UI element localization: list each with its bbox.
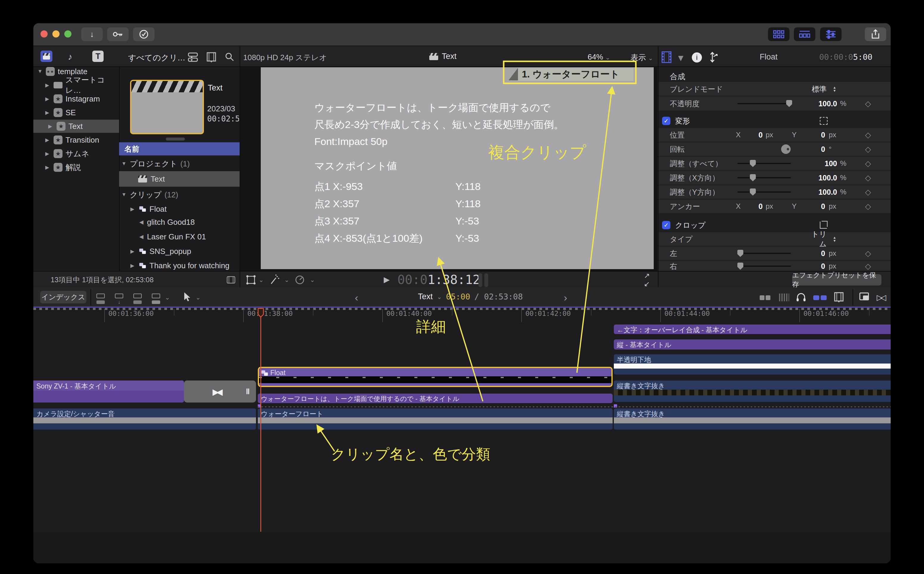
disclosure-closed-icon[interactable]: ▶: [45, 151, 50, 157]
crop-right-slider[interactable]: [737, 266, 791, 267]
list-item-project-text-selected[interactable]: Text: [119, 171, 239, 187]
crop-type-popup[interactable]: トリム: [806, 229, 826, 249]
list-item-thank-you[interactable]: ▶ Thank you for watching: [131, 259, 239, 272]
transform-checkbox[interactable]: ✓: [662, 117, 671, 125]
clip-overlay-title[interactable]: ←文字：オーバーレイ合成 - 基本タイトル: [614, 325, 891, 334]
list-group-projects[interactable]: ▼ プロジェクト (1): [121, 158, 239, 170]
clip-sony-zv1-title[interactable]: Sony ZV-1 - 基本タイトル: [33, 380, 184, 402]
disclosure-closed-icon[interactable]: ▶: [131, 263, 136, 269]
crop-onscreen-icon[interactable]: [820, 221, 827, 229]
rotation-field[interactable]: 0: [807, 145, 825, 154]
play-button[interactable]: ▶: [384, 275, 390, 284]
viewer-timecode[interactable]: 00:01:38:12: [397, 273, 480, 287]
list-item-sns-popup[interactable]: ▶ SNS_popup: [131, 245, 239, 258]
list-item-laser[interactable]: ◀ Laser Gun FX 01: [131, 230, 239, 243]
scale-y-slider[interactable]: [737, 191, 791, 192]
disclosure-closed-icon[interactable]: ▶: [131, 206, 136, 212]
keyword-editor-button[interactable]: [107, 27, 129, 41]
slider-knob[interactable]: [750, 160, 756, 167]
show-media-sidebar-button[interactable]: [41, 50, 52, 62]
ruler-label[interactable]: 00:01:46:00: [803, 310, 849, 317]
show-inspector-button[interactable]: [820, 27, 842, 41]
keyframe-diamond-icon[interactable]: ◇: [865, 173, 871, 183]
sidebar-item-smart-collection[interactable]: ▶ スマートコレ…: [33, 79, 119, 92]
list-item-float[interactable]: ▶ Float: [131, 202, 239, 216]
keyframe-diamond-icon[interactable]: ◇: [865, 130, 871, 140]
next-project-button[interactable]: ›: [564, 292, 567, 303]
disclosure-open-icon[interactable]: ▼: [121, 161, 127, 167]
select-tool-button[interactable]: [184, 292, 191, 302]
sidebar-item-text-selected[interactable]: ▶★ Text: [33, 120, 119, 133]
clip-camera-audio[interactable]: カメラ設定/シャッター音: [33, 408, 256, 430]
filmstrip-small-icon[interactable]: [227, 276, 236, 284]
opacity-value[interactable]: 100.0: [807, 99, 837, 108]
scale-x-value[interactable]: 100.0: [807, 173, 837, 182]
solo-headphones-toggle[interactable]: [796, 292, 806, 302]
list-item-glitch[interactable]: ◀ glitch Good18: [131, 216, 239, 229]
viewer-zoom-dropdown[interactable]: 64% ⌄: [588, 52, 610, 62]
panel-resize-handle[interactable]: [166, 137, 185, 140]
list-name-column-header[interactable]: 名前: [119, 142, 239, 155]
audio-meter-right[interactable]: [484, 273, 488, 287]
minimize-window-button[interactable]: [52, 30, 60, 38]
sidebar-item-instagram[interactable]: ▶★ Instagram: [33, 92, 119, 106]
scale-y-value[interactable]: 100.0: [807, 188, 837, 197]
disclosure-closed-icon[interactable]: ▶: [131, 248, 136, 255]
scale-all-slider[interactable]: [737, 163, 791, 164]
retime-button[interactable]: [294, 274, 305, 285]
film-view-button[interactable]: [206, 52, 217, 64]
motion-inspector-tab[interactable]: [707, 51, 718, 64]
gap-clip[interactable]: ▶◀ ‖: [184, 380, 256, 402]
search-button[interactable]: [224, 52, 235, 63]
keyframe-diamond-icon[interactable]: ◇: [865, 159, 871, 168]
anchor-y-field[interactable]: 0: [807, 202, 825, 211]
photos-audio-sidebar-button[interactable]: ♪: [68, 52, 72, 62]
chevron-down-icon[interactable]: ⌄: [310, 276, 315, 284]
insert-edit-button[interactable]: ↓: [115, 291, 123, 304]
clip-waterfloat-title[interactable]: ウォーターフロートは、トーク場面で使用するので - 基本タイトル: [258, 394, 612, 403]
transitions-bowtie-icon[interactable]: ▷◁: [877, 293, 884, 302]
chevron-down-icon[interactable]: ⌄: [195, 294, 201, 301]
effects-wand-button[interactable]: [269, 274, 280, 285]
ruler-label[interactable]: 00:01:38:00: [247, 310, 293, 317]
audio-meter-left[interactable]: [479, 273, 482, 287]
position-x-field[interactable]: 0: [745, 131, 763, 139]
slider-knob[interactable]: [750, 188, 756, 196]
timeline-project-dropdown[interactable]: Text: [418, 292, 433, 301]
blend-mode-popup[interactable]: 標準: [809, 84, 826, 94]
share-button[interactable]: [865, 27, 886, 41]
close-window-button[interactable]: [41, 30, 48, 38]
list-group-clips[interactable]: ▼ クリップ (12): [121, 189, 239, 201]
project-thumbnail[interactable]: [130, 80, 204, 134]
previous-project-button[interactable]: ‹: [355, 292, 358, 303]
titles-generators-sidebar-button[interactable]: T: [92, 50, 104, 62]
scale-x-slider[interactable]: [737, 177, 791, 178]
clip-vertical-title[interactable]: 縦 - 基本タイトル: [614, 339, 891, 350]
timeline-current-timecode[interactable]: 05:00: [446, 292, 470, 301]
chevron-down-icon[interactable]: ⌄: [259, 276, 264, 284]
show-browser-button[interactable]: [768, 27, 789, 41]
chevron-down-icon[interactable]: ⌄: [165, 294, 170, 301]
snapping-toggle-active[interactable]: [813, 293, 826, 302]
keyframe-diamond-icon[interactable]: ◇: [865, 99, 871, 108]
crop-right-value[interactable]: 0: [807, 262, 825, 271]
ruler-label[interactable]: 00:01:42:00: [526, 310, 571, 317]
viewer-canvas[interactable]: ウォーターフロートは、トーク場面で使用するので 尺長め2-3分で作成しておく、短…: [261, 67, 654, 269]
sidebar-item-se[interactable]: ▶★ SE: [33, 106, 119, 119]
clip-vertical-cutout-2[interactable]: 縦書き文字抜き: [614, 408, 891, 430]
sidebar-item-thumbnail[interactable]: ▶★ サムネ: [33, 147, 119, 160]
keyframe-diamond-icon[interactable]: ◇: [865, 145, 871, 154]
scale-all-value[interactable]: 100: [807, 159, 837, 168]
clip-filter-dropdown[interactable]: すべてのクリ… ▴▾: [128, 52, 193, 63]
sidebar-item-kaisetsu[interactable]: ▶★ 解説: [33, 161, 119, 174]
opacity-slider[interactable]: [737, 103, 791, 104]
ruler-label[interactable]: 00:01:44:00: [664, 310, 710, 317]
transform-onscreen-icon[interactable]: [820, 117, 828, 125]
crop-checkbox[interactable]: ✓: [662, 221, 671, 229]
connect-edit-button[interactable]: [96, 291, 105, 304]
overwrite-edit-button[interactable]: [152, 291, 160, 304]
slider-knob[interactable]: [750, 174, 756, 181]
save-effect-preset-button[interactable]: エフェクトプリセットを保存: [792, 274, 881, 285]
zoom-window-button[interactable]: [64, 30, 71, 38]
disclosure-closed-icon[interactable]: ▶: [48, 123, 54, 129]
